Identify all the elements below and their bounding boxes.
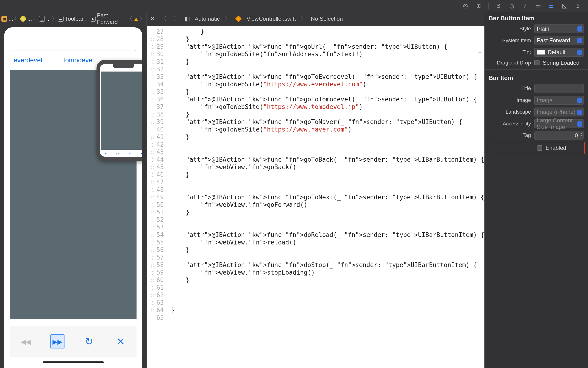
attributes-tab-icon[interactable]: ☰ bbox=[548, 3, 555, 9]
stop-button[interactable]: ✕ bbox=[114, 334, 128, 349]
crumb-item[interactable]: ●... bbox=[20, 16, 32, 22]
style-label: Style bbox=[489, 26, 531, 32]
attributes-inspector: Bar Button Item Style Plain System Item … bbox=[485, 12, 588, 368]
tint-label: Tint bbox=[489, 49, 531, 55]
image-label: Image bbox=[489, 97, 531, 103]
accessibility-label: Accessibility bbox=[489, 121, 531, 127]
spring-loaded-label: Spring Loaded bbox=[543, 60, 579, 66]
reload-button[interactable]: ↻ bbox=[82, 334, 96, 349]
review-icon[interactable]: ◎ bbox=[462, 3, 469, 9]
storyboard-canvas[interactable]: everdevel tomodevel ―― ◂◂▸▸↻✕ ◂◂ ▸▸ ↻ ✕ bbox=[4, 27, 142, 368]
interface-builder-panel: ▦... 〉 ●... 〉 ▢... 〉 ▬Toolbar 〉 ▶Fast Fo… bbox=[0, 12, 146, 368]
chevron-right-icon: 〉 bbox=[33, 15, 38, 22]
tag-stepper[interactable]: ▲▼ bbox=[579, 132, 583, 139]
crumb-item[interactable]: ▢... bbox=[39, 16, 51, 22]
automatic-icon[interactable]: ◧ bbox=[185, 16, 190, 22]
crumb-fast-forward[interactable]: ▶Fast Forward bbox=[91, 12, 126, 25]
chevron-right-icon: 〉 bbox=[140, 15, 145, 22]
rewind-button[interactable]: ◂◂ bbox=[19, 334, 33, 349]
close-tab-icon[interactable]: ✕ bbox=[150, 15, 155, 23]
size-tab-icon[interactable]: ◺ bbox=[561, 3, 568, 9]
add-attribute-icon[interactable]: ＋ bbox=[477, 49, 483, 56]
crumb-selection[interactable]: No Selection bbox=[311, 16, 343, 22]
title-label: Title bbox=[489, 85, 531, 92]
connections-tab-icon[interactable]: ➲ bbox=[574, 3, 581, 9]
landscape-label: Landscape bbox=[489, 109, 531, 115]
bottom-toolbar: ◂◂ ▸▸ ↻ ✕ bbox=[10, 326, 137, 357]
enabled-label: Enabled bbox=[546, 145, 566, 151]
file-tab-icon[interactable]: 🗎 bbox=[495, 3, 502, 9]
fast-forward-button[interactable]: ▸▸ bbox=[50, 334, 65, 349]
crumb-automatic[interactable]: Automatic bbox=[195, 16, 220, 22]
drag-drop-label: Drag and Drop bbox=[489, 60, 531, 66]
mini-webview bbox=[101, 72, 142, 150]
spring-loaded-checkbox[interactable] bbox=[534, 60, 540, 65]
history-tab-icon[interactable]: ◷ bbox=[508, 3, 515, 9]
preview-device[interactable]: ―― ◂◂▸▸↻✕ bbox=[96, 60, 142, 161]
line-gutter[interactable]: 27 28 29 30 31 32 33 34 35 36 37 38 39 4… bbox=[147, 26, 167, 368]
section-divider bbox=[485, 69, 588, 70]
chevron-left-icon: 〈 bbox=[127, 15, 132, 22]
device-notch bbox=[113, 64, 134, 68]
help-tab-icon[interactable]: ? bbox=[522, 3, 528, 9]
nav-back-icon[interactable]: 〈 bbox=[160, 14, 167, 24]
title-field[interactable] bbox=[534, 84, 584, 93]
everdevel-link[interactable]: everdevel bbox=[14, 56, 42, 64]
source-text[interactable]: } } "attr">@IBAction "kw">func "fn">goUr… bbox=[167, 26, 485, 368]
landscape-popup[interactable]: Image (iPhone) bbox=[534, 108, 584, 117]
crumb-file[interactable]: ViewController.swift bbox=[247, 16, 296, 22]
system-item-popup[interactable]: Fast Forward bbox=[534, 36, 584, 45]
warning-icon[interactable]: ▲ bbox=[133, 16, 139, 22]
chevron-right-icon: 〉 bbox=[224, 15, 230, 23]
toolbar-divider bbox=[488, 3, 489, 9]
accessibility-popup[interactable]: Large Content Size Image bbox=[534, 119, 584, 128]
nav-forward-icon[interactable]: 〉 bbox=[173, 14, 180, 24]
home-indicator bbox=[43, 361, 104, 363]
tint-popup[interactable]: Default bbox=[534, 48, 584, 57]
editor-breadcrumb: ✕ 〈 〉 ◧ Automatic 〉 🔶 ViewController.swi… bbox=[147, 12, 485, 26]
chevron-right-icon: 〉 bbox=[52, 15, 57, 22]
tag-field[interactable]: 0▲▼ bbox=[534, 131, 584, 139]
tomodevel-link[interactable]: tomodevel bbox=[63, 56, 94, 64]
ib-breadcrumb[interactable]: ▦... 〉 ●... 〉 ▢... 〉 ▬Toolbar 〉 ▶Fast Fo… bbox=[0, 12, 146, 26]
webview-placeholder: ―― ◂◂▸▸↻✕ bbox=[10, 70, 137, 319]
swift-file-icon: 🔶 bbox=[235, 16, 242, 22]
style-popup[interactable]: Plain bbox=[534, 24, 584, 33]
chevron-right-icon: 〉 bbox=[84, 15, 90, 22]
section-divider bbox=[485, 157, 588, 157]
identity-tab-icon[interactable]: ▭ bbox=[535, 3, 541, 9]
chevron-right-icon: 〉 bbox=[301, 15, 306, 23]
add-panel-icon[interactable]: ⊞ bbox=[475, 3, 482, 9]
image-popup[interactable]: Image bbox=[534, 96, 584, 105]
code-area[interactable]: 27 28 29 30 31 32 33 34 35 36 37 38 39 4… bbox=[147, 26, 485, 368]
chevron-right-icon: 〉 bbox=[14, 15, 19, 22]
window-toolbar: ◎ ⊞ 🗎 ◷ ? ▭ ☰ ◺ ➲ bbox=[0, 0, 588, 12]
mini-toolbar: ◂◂▸▸↻✕ bbox=[100, 151, 142, 157]
enabled-checkbox[interactable] bbox=[537, 145, 542, 151]
section-bar-item: Bar Item bbox=[485, 72, 588, 83]
system-item-label: System Item bbox=[489, 37, 531, 44]
crumb-toolbar[interactable]: ▬Toolbar bbox=[58, 16, 84, 22]
address-field[interactable] bbox=[10, 39, 137, 51]
tag-label: Tag bbox=[489, 132, 531, 138]
section-bar-button-item: Bar Button Item bbox=[485, 12, 588, 23]
code-editor: ✕ 〈 〉 ◧ Automatic 〉 🔶 ViewController.swi… bbox=[146, 12, 485, 368]
crumb-item[interactable]: ▦... bbox=[1, 16, 13, 22]
